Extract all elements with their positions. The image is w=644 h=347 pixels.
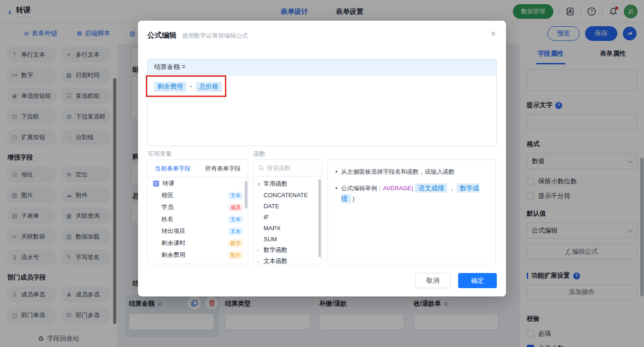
variables-scrollbar[interactable] (245, 181, 247, 209)
functions-tree: ∨常用函数CONCATENATEDATEIFMAPXSUM›数学函数›文本函数 (253, 176, 322, 264)
variable-field-row[interactable]: 姓名文本 (148, 213, 248, 225)
variables-list: 转课校区文本学员成员姓名文本转出项目文本剩余课时数字剩余费用数字 (148, 177, 248, 264)
variable-field-row[interactable]: 剩余费用数字 (148, 249, 248, 261)
function-search (253, 160, 322, 176)
confirm-button[interactable]: 确定 (458, 273, 497, 288)
variable-field-row[interactable]: 转出项目文本 (148, 225, 248, 237)
variables-tabs: 当前表单字段 所有表单字段 (148, 160, 248, 177)
variable-form-root[interactable]: 转课 (148, 177, 248, 189)
modal-title: 公式编辑 (147, 31, 177, 40)
search-icon (258, 165, 264, 171)
field-type-badge: 文本 (228, 228, 243, 235)
function-item-row[interactable]: IF (253, 211, 322, 222)
example-token-1: 语文成绩 (415, 183, 447, 193)
caret-right-icon: › (257, 258, 264, 264)
formula-token-right[interactable]: 总价格 (196, 82, 222, 92)
field-type-badge: 成员 (228, 204, 243, 211)
hints-panel: • 从左侧面板选择字段名和函数，或输入函数 • 公式编辑举例：AVERAGE( … (328, 159, 496, 264)
function-group-row[interactable]: ›数学函数 (253, 245, 322, 256)
variable-field-row[interactable]: 剩余课时数字 (148, 237, 248, 249)
function-item-row[interactable]: CONCATENATE (253, 189, 322, 200)
example-function-name: AVERAGE( (383, 185, 414, 192)
functions-scrollbar[interactable] (318, 179, 321, 257)
formula-editor: 结算金额 = 剩余费用 - 总价格 (147, 59, 497, 146)
functions-panel: ∨常用函数CONCATENATEDATEIFMAPXSUM›数学函数›文本函数 (253, 159, 322, 264)
tab-all-form-fields[interactable]: 所有表单字段 (198, 160, 248, 177)
formula-edit-modal: 公式编辑 使用数学运算符编辑公式 × 结算金额 = 剩余费用 - 总价格 可用变… (138, 21, 506, 296)
close-icon[interactable]: × (490, 29, 496, 38)
bullet-dot: • (335, 184, 338, 193)
modal-subtitle: 使用数学运算符编辑公式 (182, 32, 248, 40)
tab-current-form-fields[interactable]: 当前表单字段 (148, 160, 198, 177)
field-type-badge: 数字 (228, 239, 243, 247)
caret-right-icon: › (257, 247, 264, 253)
app-screen: ‹ 转课 表单设计 表单设置 数据管理 ? 训 ⊘表单外链⊠后端脚 (0, 0, 644, 347)
bullet-dot: • (335, 167, 338, 177)
variable-field-row[interactable]: 学员成员 (148, 201, 248, 213)
modal-header: 公式编辑 使用数学运算符编辑公式 (138, 21, 506, 40)
form-doc-icon (153, 181, 159, 187)
formula-target-field: 结算金额 = (148, 59, 496, 75)
function-item-row[interactable]: DATE (253, 200, 322, 211)
field-type-badge: 数字 (228, 251, 243, 259)
functions-section-label: 函数 (253, 150, 265, 158)
function-group-row[interactable]: ›文本函数 (253, 256, 322, 264)
function-search-input[interactable] (267, 165, 313, 171)
cancel-button[interactable]: 取消 (415, 273, 451, 288)
formula-operator: - (190, 82, 192, 90)
variable-field-row[interactable]: 校区文本 (148, 189, 248, 201)
function-item-row[interactable]: SUM (253, 233, 322, 245)
variables-panel: 当前表单字段 所有表单字段 转课校区文本学员成员姓名文本转出项目文本剩余课时数字… (147, 159, 248, 264)
function-item-row[interactable]: MAPX (253, 222, 322, 233)
caret-down-icon: ∨ (257, 181, 264, 187)
modal-footer: 取消 确定 (415, 273, 497, 288)
field-type-badge: 文本 (228, 192, 243, 199)
hint-line-1: • 从左侧面板选择字段名和函数，或输入函数 (335, 167, 488, 177)
hint-line-2: • 公式编辑举例：AVERAGE( 语文成绩 ， 数学成绩 ) (335, 183, 488, 204)
formula-token-left[interactable]: 剩余费用 (154, 82, 186, 92)
variables-section-label: 可用变量 (148, 150, 172, 158)
function-group-row[interactable]: ∨常用函数 (253, 178, 322, 189)
formula-input-area[interactable]: 剩余费用 - 总价格 (148, 75, 496, 146)
field-type-badge: 文本 (228, 216, 243, 223)
